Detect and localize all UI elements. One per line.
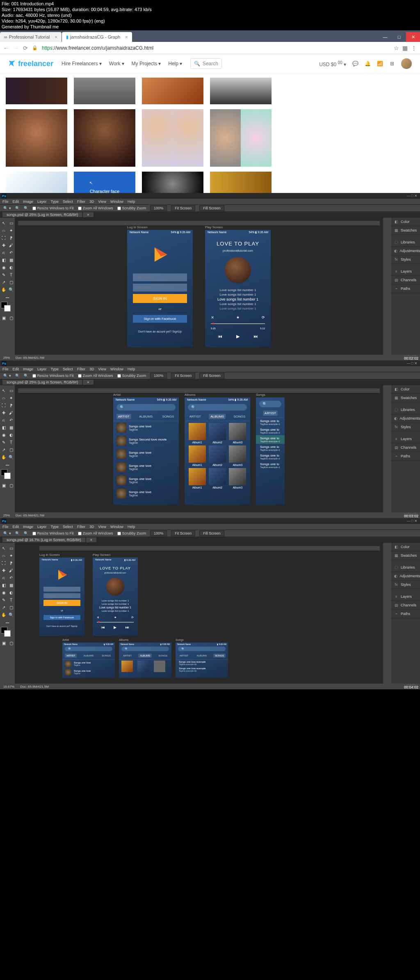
- freelancer-logo[interactable]: freelancer: [8, 60, 53, 68]
- tab-songs[interactable]: SONGS: [232, 414, 247, 419]
- stamp-tool[interactable]: ⎌: [0, 249, 7, 256]
- history-brush-tool[interactable]: ↶: [7, 249, 15, 256]
- portfolio-item[interactable]: ↖ Character face: [74, 172, 135, 196]
- nav-work[interactable]: Work ▾: [109, 61, 124, 67]
- list-item[interactable]: Songs Second love movieTagline: [113, 434, 179, 448]
- tab-artist[interactable]: ARTIST: [116, 414, 131, 419]
- star-icon[interactable]: ☆: [394, 45, 399, 51]
- album-item[interactable]: Album3: [228, 423, 247, 444]
- favorite-icon[interactable]: ★: [114, 616, 116, 619]
- lasso-tool[interactable]: ⌓: [0, 227, 7, 234]
- list-item[interactable]: Songs one loveTagline: [113, 474, 179, 487]
- list-item[interactable]: Songs one loveTagline: [113, 487, 179, 500]
- shuffle-icon[interactable]: ⤨: [211, 315, 214, 319]
- panel-paths[interactable]: ⌁Paths: [391, 285, 420, 293]
- menu-layer[interactable]: Layer: [37, 367, 47, 371]
- password-field[interactable]: [133, 284, 187, 291]
- menu-view[interactable]: View: [98, 367, 106, 371]
- menu-edit[interactable]: Edit: [13, 200, 19, 204]
- album-item[interactable]: Album3: [228, 445, 247, 466]
- tab-albums[interactable]: ALBUMS: [137, 414, 154, 419]
- panel-swatches[interactable]: ▦Swatches: [391, 226, 420, 235]
- song-row[interactable]: Songs one loTagline example d: [256, 452, 285, 461]
- nav-hire[interactable]: Hire Freelancers ▾: [62, 61, 102, 67]
- eraser-tool[interactable]: ◧: [0, 256, 7, 264]
- menu-file[interactable]: File: [2, 367, 9, 371]
- move-tool[interactable]: ↖: [0, 219, 7, 227]
- menu-view[interactable]: View: [98, 200, 106, 204]
- panel-styles[interactable]: fxStyles: [391, 423, 420, 431]
- menu-type[interactable]: Type: [51, 367, 59, 371]
- portfolio-item[interactable]: [74, 78, 135, 104]
- document-tab[interactable]: songs.psd @ 25% (Log in Screen, RGB/8#): [2, 212, 82, 217]
- username-field[interactable]: [133, 273, 187, 281]
- menu-help[interactable]: Help: [128, 200, 135, 204]
- search-input[interactable]: 🔍 Search: [190, 58, 222, 69]
- zoom-tool[interactable]: 🔍: [7, 286, 15, 293]
- chat-icon[interactable]: 💬: [352, 60, 358, 67]
- document-tab[interactable]: songs.psd @ 16.7% (Log in Screen, RGB/8#…: [2, 537, 85, 542]
- menu-window[interactable]: Window: [110, 367, 123, 371]
- album-item[interactable]: Album2: [208, 468, 226, 489]
- zoom-level[interactable]: 25%: [3, 514, 10, 517]
- song-row[interactable]: Songs one loTagline example d: [256, 427, 285, 435]
- panel-libraries[interactable]: ⬚Libraries: [391, 238, 420, 247]
- album-item[interactable]: Album1: [188, 468, 206, 489]
- dodge-tool[interactable]: ◐: [7, 264, 15, 271]
- close-button[interactable]: ✕: [414, 361, 418, 365]
- panel-adjustments[interactable]: ◐Adjustments: [391, 572, 420, 581]
- panel-layers[interactable]: ≡Layers: [391, 435, 420, 443]
- close-button[interactable]: ✕: [414, 194, 418, 198]
- restore-button[interactable]: □: [411, 519, 413, 523]
- apps-icon[interactable]: ⊞: [389, 60, 395, 67]
- repeat-icon[interactable]: ⟳: [131, 616, 134, 619]
- menu-file[interactable]: File: [2, 200, 9, 204]
- portfolio-item[interactable]: [142, 78, 203, 104]
- wand-tool[interactable]: ✦: [7, 227, 15, 234]
- album-item[interactable]: Album1: [188, 445, 206, 466]
- prev-icon[interactable]: ⏮: [101, 625, 105, 629]
- menu-image[interactable]: Image: [23, 367, 33, 371]
- browser-tab-2[interactable]: ▮jamshaidrazaCG - Graph×: [62, 32, 132, 42]
- feed-icon[interactable]: 📶: [377, 60, 383, 67]
- fill-screen-button[interactable]: Fill Screen: [199, 373, 224, 379]
- panel-swatches[interactable]: ▦Swatches: [391, 394, 420, 402]
- close-button[interactable]: ✕: [414, 519, 418, 523]
- menu-3d[interactable]: 3D: [89, 525, 94, 529]
- menu-window[interactable]: Window: [110, 525, 123, 529]
- menu-file[interactable]: File: [2, 525, 9, 529]
- maximize-button[interactable]: □: [392, 32, 406, 42]
- panel-paths[interactable]: ⌁Paths: [391, 452, 420, 461]
- menu-help[interactable]: Help: [128, 367, 135, 371]
- song-item[interactable]: Love songs list number 1: [211, 302, 265, 306]
- portfolio-item[interactable]: [210, 172, 272, 196]
- panel-styles[interactable]: fxStyles: [391, 255, 420, 264]
- close-icon[interactable]: ×: [125, 34, 128, 39]
- forward-button[interactable]: →: [13, 45, 19, 51]
- menu-select[interactable]: Select: [63, 367, 73, 371]
- zoom-tool-icon[interactable]: 🔍 ▾: [3, 206, 11, 210]
- panel-channels[interactable]: ▤Channels: [391, 601, 420, 610]
- menu-layer[interactable]: Layer: [37, 525, 47, 529]
- shuffle-icon[interactable]: ⤨: [97, 616, 99, 619]
- scrubby-checkbox[interactable]: Scrubby Zoom: [117, 206, 146, 210]
- menu-filter[interactable]: Filter: [77, 525, 85, 529]
- zoom-preool-icon[interactable]: 🔍 ▾: [3, 374, 11, 378]
- song-row[interactable]: Songs one loTagline example d: [256, 461, 285, 470]
- zoomall-checkbox[interactable]: Zoom All Windows: [78, 206, 113, 210]
- username-field[interactable]: [43, 587, 80, 592]
- panel-channels[interactable]: ▤Channels: [391, 276, 420, 285]
- crop-tool[interactable]: ⛶: [0, 234, 7, 241]
- fill-screen-button[interactable]: Fill Screen: [199, 205, 224, 211]
- search-input[interactable]: 🔍: [259, 401, 281, 407]
- path-tool[interactable]: ↗: [0, 278, 7, 286]
- panel-channels[interactable]: ▤Channels: [391, 443, 420, 452]
- menu-window[interactable]: Window: [110, 200, 123, 204]
- blur-tool[interactable]: ◉: [0, 264, 7, 271]
- move-tool[interactable]: ↖: [0, 544, 7, 552]
- progress-bar[interactable]: [211, 324, 265, 324]
- signin-button[interactable]: SIGN IN: [43, 600, 80, 606]
- play-icon[interactable]: ▶: [236, 334, 240, 339]
- menu-edit[interactable]: Edit: [13, 525, 19, 529]
- zoom-100-button[interactable]: 100%: [150, 530, 167, 536]
